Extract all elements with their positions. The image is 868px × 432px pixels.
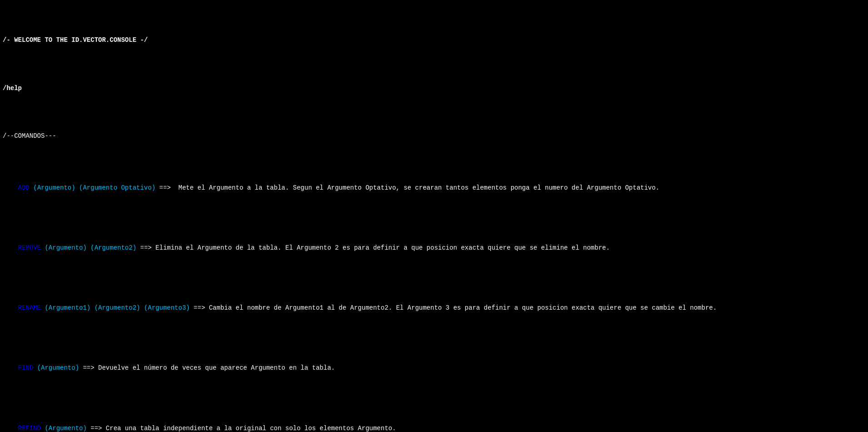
command-add: ADD (Argumento) (Argumento Optativo) ==>… bbox=[3, 174, 865, 202]
command-remove: REMOVE (Argumento) (Argumento2) ==> Elim… bbox=[3, 234, 865, 262]
keyword-remove: REMOVE bbox=[18, 244, 41, 251]
command-refind: REFIND (Argumento) ==> Crea una tabla in… bbox=[3, 414, 865, 432]
command-rename: RENAME (Argumento1) (Argumento2) (Argume… bbox=[3, 294, 865, 322]
command-find: FIND (Argumento) ==> Devuelve el número … bbox=[3, 354, 865, 382]
section-header: /--COMANDOS--- bbox=[3, 131, 865, 141]
keyword-find: FIND bbox=[18, 364, 34, 372]
arg-refind: (Argumento) bbox=[45, 425, 86, 432]
console-output: /- WELCOME TO THE ID.VECTOR.CONSOLE -/ /… bbox=[3, 5, 865, 432]
arg-find: (Argumento) bbox=[37, 364, 79, 372]
arg-rename: (Argumento1) (Argumento2) (Argumento3) bbox=[45, 304, 190, 311]
arg-add: (Argumento) (Argumento Optativo) bbox=[33, 184, 155, 191]
welcome-text: /- WELCOME TO THE ID.VECTOR.CONSOLE -/ bbox=[3, 35, 865, 45]
keyword-refind: REFIND bbox=[18, 425, 41, 432]
help-command-text: /help bbox=[3, 83, 865, 93]
keyword-rename: RENAME bbox=[18, 304, 41, 311]
arg-remove: (Argumento) (Argumento2) bbox=[45, 244, 136, 251]
keyword-add: ADD bbox=[18, 184, 30, 191]
